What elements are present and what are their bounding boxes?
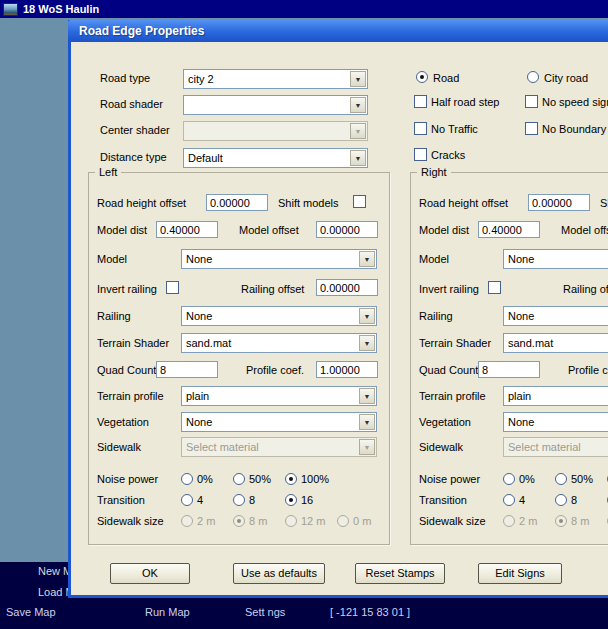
left-transition-8-radio[interactable] — [233, 494, 245, 506]
distance-type-value: Default — [188, 152, 223, 164]
chevron-down-icon[interactable]: ▼ — [350, 71, 366, 87]
right-transition-8-label: 8 — [571, 494, 577, 507]
left-sidewalk-size-2m-radio — [181, 515, 193, 527]
distance-type-select[interactable]: Default ▼ — [183, 148, 368, 168]
left-sidewalk-size-label: Sidewalk size — [97, 515, 164, 528]
right-group-title: Right — [417, 165, 451, 179]
road-type-select[interactable]: city 2 ▼ — [183, 69, 368, 89]
left-noise-50-radio[interactable] — [233, 473, 245, 485]
left-transition-4-radio[interactable] — [181, 494, 193, 506]
left-noise-0-radio[interactable] — [181, 473, 193, 485]
left-railing-select[interactable]: None ▼ — [181, 306, 377, 326]
right-vegetation-select[interactable]: None ▼ — [503, 412, 608, 432]
right-railing-offset-label: Railing offset — [563, 283, 608, 296]
right-model-select[interactable]: None ▼ — [503, 249, 608, 269]
right-terrain-profile-value: plain — [508, 390, 531, 402]
right-model-dist-input[interactable] — [478, 221, 540, 238]
right-noise-50-radio[interactable] — [555, 473, 567, 485]
left-group-title: Left — [95, 165, 121, 179]
left-model-select[interactable]: None ▼ — [181, 249, 377, 269]
right-road-height-offset-input[interactable] — [528, 194, 590, 211]
half-road-step-checkbox[interactable] — [414, 95, 427, 108]
dialog-titlebar[interactable]: Road Edge Properties — [68, 20, 608, 42]
app-title: 18 WoS Haulin — [23, 3, 99, 15]
app-titlebar[interactable]: 18 WoS Haulin — [0, 0, 608, 18]
center-shader-select: ▼ — [183, 121, 368, 141]
road-shader-select[interactable]: ▼ — [183, 95, 368, 115]
right-road-height-offset-label: Road height offset — [419, 197, 508, 210]
left-quad-count-input[interactable] — [156, 361, 218, 378]
chevron-down-icon[interactable]: ▼ — [350, 97, 366, 113]
left-sidewalk-size-0m-radio — [337, 515, 349, 527]
left-shift-models-checkbox[interactable] — [353, 195, 366, 208]
road-radio[interactable] — [416, 71, 428, 83]
right-invert-railing-label: Invert railing — [419, 283, 479, 296]
left-transition-4-label: 4 — [197, 494, 203, 507]
left-shift-models-label: Shift models — [278, 197, 339, 210]
no-speed-sign-checkbox[interactable] — [525, 95, 538, 108]
right-railing-label: Railing — [419, 310, 453, 323]
right-terrain-shader-select[interactable]: sand.mat ▼ — [503, 333, 608, 353]
edit-signs-button[interactable]: Edit Signs — [478, 563, 562, 584]
right-railing-select[interactable]: None ▼ — [503, 306, 608, 326]
left-noise-0-label: 0% — [197, 473, 213, 486]
left-terrain-profile-select[interactable]: plain ▼ — [181, 386, 377, 406]
no-traffic-label: No Traffic — [431, 123, 478, 136]
left-road-height-offset-input[interactable] — [206, 194, 268, 211]
left-invert-railing-label: Invert railing — [97, 283, 157, 296]
chevron-down-icon[interactable]: ▼ — [359, 388, 375, 404]
left-model-dist-input[interactable] — [156, 221, 218, 238]
left-transition-8-label: 8 — [249, 494, 255, 507]
no-boundary-checkbox[interactable] — [525, 122, 538, 135]
right-quad-count-input[interactable] — [478, 361, 540, 378]
chevron-down-icon[interactable]: ▼ — [350, 150, 366, 166]
road-edge-properties-dialog: Road Edge Properties Road type city 2 ▼ … — [68, 20, 608, 598]
left-sidewalk-size-0m-label: 0 m — [353, 515, 371, 528]
chevron-down-icon[interactable]: ▼ — [359, 335, 375, 351]
right-terrain-shader-label: Terrain Shader — [419, 337, 491, 350]
right-invert-railing-checkbox[interactable] — [488, 281, 501, 294]
left-transition-16-label: 16 — [301, 494, 313, 507]
left-invert-railing-checkbox[interactable] — [166, 281, 179, 294]
ok-button[interactable]: OK — [110, 563, 190, 584]
left-noise-100-label: 100% — [301, 473, 329, 486]
dialog-title: Road Edge Properties — [79, 24, 204, 38]
left-sidewalk-size-12m-label: 12 m — [301, 515, 325, 528]
use-as-defaults-button[interactable]: Use as defaults — [233, 563, 325, 584]
left-transition-16-radio[interactable] — [285, 494, 297, 506]
left-railing-offset-input[interactable] — [316, 279, 378, 296]
left-noise-100-radio[interactable] — [285, 473, 297, 485]
chevron-down-icon[interactable]: ▼ — [359, 308, 375, 324]
left-sidewalk-size-8m-label: 8 m — [249, 515, 267, 528]
chevron-down-glyph: ▼ — [364, 393, 371, 400]
left-vegetation-select[interactable]: None ▼ — [181, 412, 377, 432]
screen: 18 WoS Haulin New Map Load Map Save Map … — [0, 0, 608, 629]
right-noise-0-radio[interactable] — [503, 473, 515, 485]
reset-stamps-button[interactable]: Reset Stamps — [355, 563, 445, 584]
right-transition-4-radio[interactable] — [503, 494, 515, 506]
chevron-down-icon[interactable]: ▼ — [359, 414, 375, 430]
left-terrain-shader-select[interactable]: sand.mat ▼ — [181, 333, 377, 353]
menu-item-settings[interactable]: Sett ngs — [245, 606, 285, 618]
chevron-down-icon[interactable]: ▼ — [359, 251, 375, 267]
cracks-checkbox[interactable] — [414, 148, 427, 161]
left-profile-coef-input[interactable] — [316, 361, 378, 378]
left-sidewalk-label: Sidewalk — [97, 441, 141, 454]
left-terrain-profile-value: plain — [186, 390, 209, 402]
left-noise-power-label: Noise power — [97, 473, 158, 486]
left-sidewalk-value: Select material — [186, 441, 259, 453]
left-sidewalk-size-8m-radio — [233, 515, 245, 527]
left-model-offset-input[interactable] — [316, 221, 378, 238]
cracks-label: Cracks — [431, 149, 465, 162]
no-traffic-checkbox[interactable] — [414, 122, 427, 135]
right-transition-8-radio[interactable] — [555, 494, 567, 506]
right-shift-models-label: Shift models — [600, 197, 608, 210]
menu-item-save-map[interactable]: Save Map — [6, 606, 56, 618]
left-terrain-shader-label: Terrain Shader — [97, 337, 169, 350]
right-terrain-profile-select[interactable]: plain ▼ — [503, 386, 608, 406]
right-noise-50-label: 50% — [571, 473, 593, 486]
right-model-label: Model — [419, 253, 449, 266]
menu-item-run-map[interactable]: Run Map — [145, 606, 190, 618]
city-road-radio[interactable] — [527, 71, 539, 83]
chevron-down-glyph: ▼ — [355, 155, 362, 162]
